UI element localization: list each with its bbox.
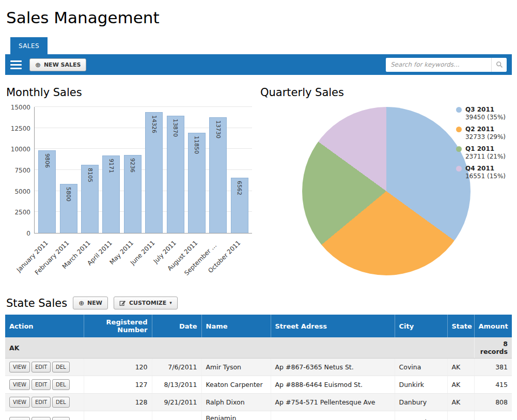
- name-cell: Amir Tyson: [201, 359, 271, 376]
- quarterly-sales-legend: Q3 201139450 (35%)Q2 201132733 (29%)Q1 2…: [456, 106, 506, 184]
- column-header-city[interactable]: City: [395, 315, 447, 337]
- column-header-date[interactable]: Date: [152, 315, 201, 337]
- y-axis-label: 15000: [11, 104, 30, 111]
- view-button[interactable]: VIEW: [9, 397, 30, 408]
- legend-bullet-icon: [456, 166, 462, 172]
- bar-october-2011: 6562: [231, 178, 248, 233]
- bar-march-2011: 8105: [81, 165, 99, 233]
- action-cell: VIEWEDITDEL: [5, 411, 84, 420]
- column-header-name[interactable]: Name: [201, 315, 271, 337]
- state-cell: AK: [447, 394, 474, 411]
- monthly-sales-panel: Monthly Sales 15000125001000075005000250…: [6, 83, 260, 286]
- legend-item: Q3 201139450 (35%): [456, 106, 506, 121]
- legend-label: Q1 2011: [465, 145, 506, 152]
- edit-button[interactable]: EDIT: [32, 417, 51, 420]
- street-cell: Ap #867-6365 Netus St.: [271, 359, 395, 376]
- registered-number-cell: 128: [84, 394, 152, 411]
- bar-value-label: 13730: [215, 120, 222, 138]
- y-axis-label: 5000: [14, 188, 30, 195]
- menu-icon[interactable]: [10, 57, 22, 72]
- bar-january-2011: 9806: [38, 150, 56, 233]
- bar-value-label: 6562: [236, 181, 243, 195]
- legend-value: 16551 (15%): [465, 173, 506, 180]
- search-input[interactable]: [386, 58, 491, 72]
- table-row: VIEWEDITDEL1278/13/2011Keaton CarpenterA…: [5, 376, 512, 394]
- quarterly-sales-title: Quarterly Sales: [260, 86, 512, 99]
- legend-bullet-icon: [456, 107, 462, 113]
- column-header-amount[interactable]: Amount: [474, 315, 512, 337]
- view-button[interactable]: VIEW: [9, 417, 30, 420]
- legend-bullet-icon: [456, 146, 462, 152]
- table-row: VIEWEDITDEL1207/6/2011Amir TysonAp #867-…: [5, 359, 512, 376]
- chevron-down-icon: ▾: [169, 301, 172, 305]
- edit-button[interactable]: EDIT: [32, 362, 51, 372]
- state-sales-grid: ActionRegistered NumberDateNameStreet Ad…: [5, 315, 512, 420]
- plus-circle-icon: ⊕: [35, 61, 41, 68]
- del-button[interactable]: DEL: [52, 362, 70, 372]
- column-header-registered-number[interactable]: Registered Number: [84, 315, 152, 337]
- legend-bullet-icon: [456, 127, 462, 132]
- view-button[interactable]: VIEW: [9, 379, 30, 390]
- grid-header-row: ActionRegistered NumberDateNameStreet Ad…: [5, 315, 512, 337]
- charts-row: Monthly Sales 15000125001000075005000250…: [0, 75, 517, 286]
- search-icon: [496, 61, 503, 68]
- page-title: Sales Management: [6, 8, 517, 27]
- search-box: [386, 58, 507, 72]
- state-cell: AK: [447, 359, 474, 376]
- legend-label: Q2 2011: [465, 126, 506, 133]
- grid-body: AK8 recordsVIEWEDITDEL1207/6/2011Amir Ty…: [5, 337, 512, 420]
- action-cell: VIEWEDITDEL: [5, 394, 84, 411]
- state-sales-title: State Sales: [6, 297, 67, 309]
- legend-value: 32733 (29%): [465, 133, 506, 141]
- group-records-count: 8 records: [474, 337, 512, 359]
- legend-item: Q2 201132733 (29%): [456, 126, 506, 141]
- legend-text: Q3 201139450 (35%): [465, 106, 506, 121]
- y-axis-label: 12500: [11, 125, 30, 132]
- group-row-ak: AK8 records: [5, 337, 512, 359]
- column-header-action[interactable]: Action: [5, 315, 84, 337]
- bar-value-label: 9236: [129, 158, 136, 173]
- new-sales-label: NEW SALES: [44, 61, 81, 68]
- legend-label: Q3 2011: [465, 106, 506, 113]
- del-button[interactable]: DEL: [52, 417, 70, 420]
- toolbar: ⊕ NEW SALES: [5, 54, 512, 75]
- del-button[interactable]: DEL: [52, 379, 70, 390]
- table-row: VIEWEDITDEL1317/5/2011Benjamin ClemonsAp…: [5, 411, 512, 420]
- tab-sales[interactable]: SALES: [10, 37, 48, 54]
- edit-button[interactable]: EDIT: [32, 379, 51, 390]
- bar-value-label: 5800: [65, 187, 72, 201]
- new-sales-button[interactable]: ⊕ NEW SALES: [29, 58, 86, 71]
- bar-september-2011: 13730: [209, 117, 227, 233]
- column-header-street-adress[interactable]: Street Adress: [271, 315, 395, 337]
- monthly-sales-title: Monthly Sales: [6, 86, 260, 99]
- view-button[interactable]: VIEW: [9, 362, 30, 372]
- city-cell: Dunkirk: [395, 376, 447, 394]
- street-cell: Ap #719-4471 Erat St.: [271, 411, 395, 420]
- customize-button[interactable]: CUSTOMIZE ▾: [114, 297, 178, 309]
- column-header-state[interactable]: State: [447, 315, 474, 337]
- bars-container: 9806580081059171923614326138701185013730…: [35, 107, 252, 233]
- bar-august-2011: 11850: [188, 133, 206, 233]
- registered-number-cell: 127: [84, 376, 152, 394]
- registered-number-cell: 120: [84, 359, 152, 376]
- legend-value: 39450 (35%): [465, 114, 506, 121]
- del-button[interactable]: DEL: [52, 397, 70, 408]
- new-button[interactable]: ⊕ NEW: [73, 297, 108, 309]
- edit-button[interactable]: EDIT: [32, 397, 51, 408]
- y-axis-label: 7500: [14, 167, 30, 174]
- legend-text: Q1 201123711 (21%): [465, 145, 506, 160]
- legend-text: Q2 201132733 (29%): [465, 126, 506, 141]
- monthly-sales-plot: 1500012500100007500500025000980658008105…: [34, 107, 252, 234]
- action-cell: VIEWEDITDEL: [5, 376, 84, 394]
- group-label: AK: [5, 337, 474, 359]
- bar-value-label: 8105: [87, 168, 93, 182]
- bar-value-label: 9806: [44, 153, 51, 168]
- city-cell: Danbury: [395, 394, 447, 411]
- date-cell: 8/13/2011: [152, 376, 201, 394]
- state-sales-header: State Sales ⊕ NEW CUSTOMIZE ▾: [0, 286, 517, 314]
- monthly-sales-xaxis: January 2011February 2011March 2011April…: [34, 234, 252, 286]
- search-button[interactable]: [491, 58, 507, 72]
- date-cell: 9/21/2011: [152, 394, 201, 411]
- bar-value-label: 11850: [193, 136, 200, 154]
- quarterly-sales-panel: Quarterly Sales Q3 201139450 (35%)Q2 201…: [260, 83, 512, 286]
